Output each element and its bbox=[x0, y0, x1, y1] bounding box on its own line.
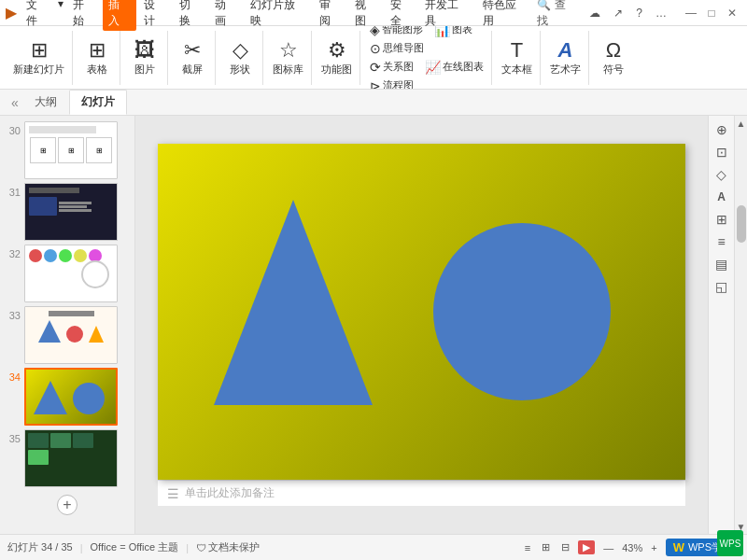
smart-row2: ⊙ 思维导图 bbox=[366, 40, 487, 57]
scroll-thumb[interactable] bbox=[737, 205, 746, 243]
slide-item-31[interactable]: 31 bbox=[2, 181, 133, 243]
scroll-up-button[interactable]: ▲ bbox=[735, 116, 748, 131]
right-tool-media[interactable]: ▤ bbox=[712, 254, 732, 274]
smart-row3: ⟳ 关系图 📈 在线图表 bbox=[366, 59, 487, 76]
slide-item-32[interactable]: 32 bbox=[2, 243, 133, 304]
toolbar-group-new: ⊞ 新建幻灯片 bbox=[6, 31, 73, 85]
view-grid-icon[interactable]: ⊞ bbox=[539, 540, 553, 554]
status-right: ≡ ⊞ ⊟ ▶ — 43% + W WPS学院 bbox=[522, 539, 740, 556]
circle-shape[interactable] bbox=[433, 223, 611, 400]
menu-design[interactable]: 设计 bbox=[138, 0, 172, 31]
smart-shape-button[interactable]: ◈ 智能图形 bbox=[366, 26, 427, 38]
doc-protection-area: 🛡 文档未保护 bbox=[196, 540, 260, 554]
note-bar: ☰ 单击此处添加备注 bbox=[158, 480, 685, 506]
tab-outline[interactable]: 大纲 bbox=[22, 90, 69, 115]
iconlib-label: 图标库 bbox=[273, 63, 303, 77]
right-tool-table[interactable]: ⊞ bbox=[712, 209, 732, 230]
restore-button[interactable]: □ bbox=[702, 4, 721, 22]
right-tool-image[interactable]: ◱ bbox=[712, 276, 732, 297]
image-icon: 🖼 bbox=[134, 38, 155, 63]
menu-insert[interactable]: 插入 bbox=[103, 0, 136, 31]
screenshot-button[interactable]: ✂ 截屏 bbox=[174, 36, 211, 78]
slide-item-35[interactable]: 35 WPS bbox=[2, 427, 133, 489]
textbox-button[interactable]: T 文本框 bbox=[498, 36, 536, 78]
screenshot-icon: ✂ bbox=[184, 38, 201, 63]
slide-num-32: 32 bbox=[4, 248, 21, 259]
image-button[interactable]: 🖼 图片 bbox=[126, 36, 163, 78]
thumb-content-30: ⊞ ⊞ ⊞ bbox=[25, 122, 117, 178]
add-slide-button[interactable]: + bbox=[57, 495, 78, 515]
office-theme: Office = Office 主题 bbox=[91, 540, 179, 554]
search-button[interactable]: 🔍 查找 bbox=[533, 0, 580, 31]
slide-item-33[interactable]: 33 bbox=[2, 304, 133, 366]
right-tool-layout[interactable]: ⊡ bbox=[712, 142, 732, 162]
table-button[interactable]: ⊞ 表格 bbox=[78, 36, 116, 78]
minimize-button[interactable]: — bbox=[682, 4, 700, 22]
chart-icon: 📊 bbox=[434, 26, 450, 37]
menu-animation[interactable]: 动画 bbox=[209, 0, 243, 31]
shape-button[interactable]: ◇ 形状 bbox=[221, 36, 259, 78]
zoom-out-button[interactable]: — bbox=[600, 541, 616, 554]
menu-transition[interactable]: 切换 bbox=[174, 0, 207, 31]
slide-item-34[interactable]: 34 bbox=[2, 366, 133, 427]
flowchart-label: 流程图 bbox=[383, 78, 414, 90]
function-icon: ⚙ bbox=[328, 38, 346, 63]
slide-item-30[interactable]: 30 ⊞ ⊞ ⊞ bbox=[2, 119, 133, 181]
right-tool-chart[interactable]: ≡ bbox=[712, 231, 732, 252]
art-text-label: 艺术字 bbox=[550, 63, 581, 77]
more-icon[interactable]: … bbox=[652, 5, 670, 21]
zoom-in-button[interactable]: + bbox=[648, 541, 659, 554]
mind-map-button[interactable]: ⊙ 思维导图 bbox=[366, 40, 428, 57]
menu-slideshow[interactable]: 幻灯片放映 bbox=[245, 0, 312, 31]
mind-map-icon: ⊙ bbox=[370, 41, 381, 56]
note-icon: ☰ bbox=[167, 486, 179, 501]
toolbar-group-symbol: Ω 符号 bbox=[591, 31, 636, 85]
chart-button[interactable]: 📊 图表 bbox=[430, 26, 476, 38]
help-icon[interactable]: ? bbox=[632, 5, 646, 21]
symbol-button[interactable]: Ω 符号 bbox=[595, 36, 632, 78]
thumb-content-35: WPS bbox=[25, 430, 117, 486]
slide-thumb-35: WPS bbox=[24, 429, 118, 487]
right-tool-text[interactable]: A bbox=[712, 187, 732, 207]
toolbar-group-art: A 艺术字 bbox=[543, 31, 589, 85]
smart-tools-group: ◈ 智能图形 📊 图表 ⊙ 思维导图 ⟳ 关系图 bbox=[366, 26, 487, 90]
collapse-panel-button[interactable]: « bbox=[7, 93, 22, 112]
online-chart-label: 在线图表 bbox=[443, 60, 484, 74]
view-present-icon[interactable]: ▶ bbox=[578, 540, 595, 554]
iconlib-button[interactable]: ☆ 图标库 bbox=[269, 36, 307, 78]
slide-thumb-32 bbox=[24, 245, 118, 302]
online-chart-button[interactable]: 📈 在线图表 bbox=[421, 59, 487, 76]
triangle-shape[interactable] bbox=[214, 200, 373, 405]
right-tool-shape[interactable]: ◇ bbox=[712, 164, 732, 185]
flowchart-button[interactable]: ⊳ 流程图 bbox=[366, 77, 417, 91]
add-note-text[interactable]: 单击此处添加备注 bbox=[185, 485, 275, 501]
slide-num-31: 31 bbox=[4, 187, 21, 198]
toolbar-group-shape: ◇ 形状 bbox=[218, 31, 263, 85]
textbox-icon: T bbox=[511, 38, 523, 63]
right-tool-add[interactable]: ⊕ bbox=[712, 119, 732, 140]
flowchart-icon: ⊳ bbox=[370, 78, 381, 91]
title-bar: ▶ 文件 ▾ 开始 插入 设计 切换 动画 幻灯片放映 审阅 视图 安全 开发工… bbox=[0, 0, 747, 26]
new-slide-button[interactable]: ⊞ 新建幻灯片 bbox=[9, 36, 68, 78]
cloud-icon[interactable]: ☁ bbox=[585, 5, 604, 21]
zoom-level: 43% bbox=[622, 542, 642, 553]
close-button[interactable]: ✕ bbox=[723, 4, 741, 22]
toolbar-group-table: ⊞ 表格 bbox=[75, 31, 120, 85]
right-panel: ⊕ ⊡ ◇ A ⊞ ≡ ▤ ◱ bbox=[708, 116, 734, 534]
relation-button[interactable]: ⟳ 关系图 bbox=[366, 59, 417, 76]
thumb-content-31 bbox=[25, 184, 117, 240]
title-right: 🔍 查找 ☁ ↗ ? … — □ ✕ bbox=[533, 0, 741, 31]
function-button[interactable]: ⚙ 功能图 bbox=[317, 36, 356, 78]
thumb-content-33 bbox=[25, 311, 117, 364]
menu-dropdown[interactable]: ▾ bbox=[56, 0, 65, 31]
share-icon[interactable]: ↗ bbox=[610, 5, 627, 21]
menu-file[interactable]: 文件 bbox=[21, 0, 54, 31]
menu-review[interactable]: 审阅 bbox=[314, 0, 347, 31]
function-label: 功能图 bbox=[321, 63, 352, 77]
art-text-button[interactable]: A 艺术字 bbox=[546, 36, 585, 78]
menu-home[interactable]: 开始 bbox=[67, 0, 101, 31]
tab-slides[interactable]: 幻灯片 bbox=[69, 90, 127, 115]
view-fit-icon[interactable]: ⊟ bbox=[558, 540, 572, 554]
slide-canvas[interactable] bbox=[158, 144, 685, 480]
view-normal-icon[interactable]: ≡ bbox=[522, 541, 533, 554]
